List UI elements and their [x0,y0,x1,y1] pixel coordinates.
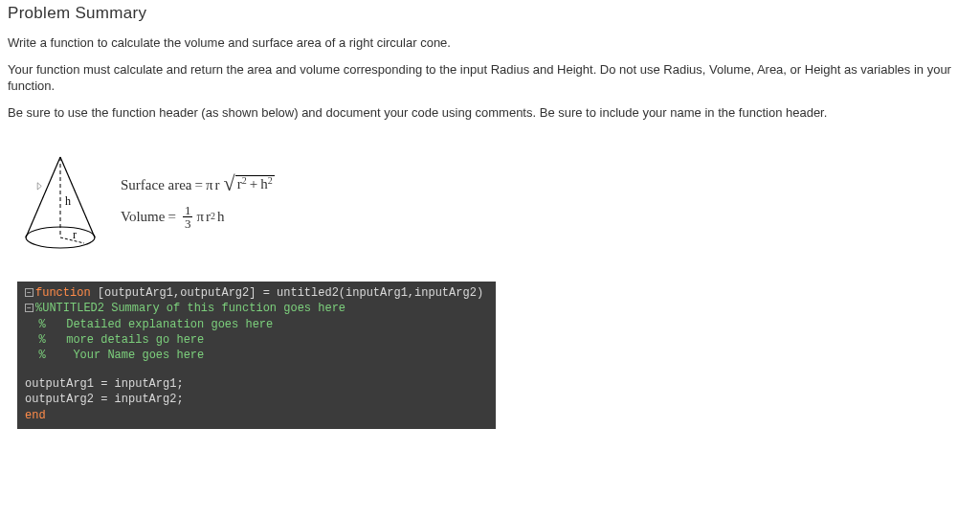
plus-sign: + [250,176,257,192]
code-line-4: % more details go here [25,332,488,348]
comment-1: %UNTITLED2 Summary of this function goes… [35,302,345,315]
h-under-root: h [260,176,268,192]
formula-list: Surface area = π r √ r2 + h2 Volume = 1 … [121,175,275,230]
pi-symbol-2: π [196,209,204,225]
radical-icon: √ [224,173,235,194]
exp-2a: 2 [242,175,247,186]
sqrt-expression: √ r2 + h2 [224,175,275,196]
comment-4: % Your Name goes here [38,349,204,362]
code-line-2: −%UNTITLED2 Summary of this function goe… [25,301,488,316]
code-line-6: outputArg1 = inputArg1; [25,376,488,392]
page-title: Problem Summary [8,4,972,23]
fold-icon: − [25,288,33,297]
fold-icon: − [25,304,33,312]
code-editor: −function [outputArg1,outputArg2] = unti… [17,282,496,429]
exp-2c: 2 [211,211,215,221]
function-signature: [outputArg1,outputArg2] = untitled2(inpu… [91,286,483,300]
cone-diagram: h r [17,149,103,255]
one-third-fraction: 1 3 [183,204,193,230]
end-keyword: end [25,409,46,422]
equals-sign: = [195,177,203,193]
code-line-7: outputArg2 = inputArg2; [25,392,488,407]
h-label: h [65,194,71,208]
r-label: r [73,228,77,241]
volume-label: Volume [121,209,165,225]
surface-label: Surface area [121,177,192,193]
body-2: outputArg2 = inputArg2; [25,393,184,406]
function-keyword: function [35,286,91,300]
equals-sign-2: = [167,209,175,225]
surface-area-formula: Surface area = π r √ r2 + h2 [121,175,275,196]
fraction-num: 1 [183,204,193,217]
pi-symbol: π [206,177,213,193]
paragraph-1: Write a function to calculate the volume… [8,34,972,52]
volume-formula: Volume = 1 3 π r2 h [121,204,275,230]
comment-2: % Detailed explanation goes here [38,318,273,331]
comment-3: % more details go here [38,333,204,347]
code-line-5: % Your Name goes here [25,348,488,363]
body-1: outputArg1 = inputArg1; [25,377,184,391]
fraction-den: 3 [183,217,193,230]
r-symbol: r [215,177,220,193]
svg-marker-5 [37,183,41,190]
exp-2b: 2 [268,175,273,186]
paragraph-3: Be sure to use the function header (as s… [8,104,972,122]
paragraph-2: Your function must calculate and return … [8,61,972,95]
formula-section: h r Surface area = π r √ r2 + h2 Volume … [17,149,972,255]
h-symbol: h [217,209,225,225]
code-line-8: end [25,408,488,423]
code-line-3: % Detailed explanation goes here [25,317,488,332]
svg-line-1 [26,157,60,237]
code-line-1: −function [outputArg1,outputArg2] = unti… [25,285,488,301]
